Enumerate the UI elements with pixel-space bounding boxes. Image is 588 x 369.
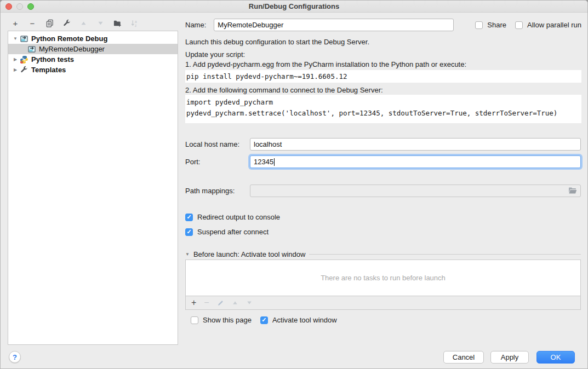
checkbox-checked-icon bbox=[185, 228, 193, 236]
remove-configuration-button[interactable]: − bbox=[27, 18, 37, 28]
move-down-icon bbox=[97, 20, 104, 27]
move-into-folder-button[interactable] bbox=[112, 18, 122, 28]
chevron-right-icon[interactable]: ▶ bbox=[13, 57, 18, 62]
pip-install-code: pip install pydevd-pycharm~=191.6605.12 bbox=[185, 70, 581, 83]
edit-templates-button[interactable] bbox=[61, 18, 71, 28]
allow-parallel-run-checkbox[interactable]: Allow parallel run bbox=[515, 21, 581, 29]
tree-item-python-remote-debug[interactable]: ▼ Python Remote Debug bbox=[8, 33, 178, 44]
name-input[interactable] bbox=[214, 19, 454, 31]
share-label: Share bbox=[487, 21, 506, 29]
copy-icon bbox=[45, 19, 54, 27]
tree-item-label: Python Remote Debug bbox=[31, 34, 107, 43]
move-up-button[interactable] bbox=[78, 18, 88, 28]
copy-configuration-button[interactable] bbox=[44, 18, 54, 28]
configurations-toolbar: + − bbox=[10, 18, 139, 28]
chevron-down-icon: ▼ bbox=[185, 252, 190, 257]
svg-text:z: z bbox=[134, 24, 136, 27]
name-label: Name: bbox=[185, 21, 206, 29]
apply-button[interactable]: Apply bbox=[490, 351, 529, 364]
page-options-row: Show this page Activate tool window bbox=[191, 316, 337, 324]
tree-item-label: MyRemoteDebugger bbox=[39, 45, 105, 53]
add-icon[interactable]: + bbox=[191, 298, 196, 307]
suspend-after-connect-label: Suspend after connect bbox=[197, 228, 269, 236]
path-mappings-label: Path mappings: bbox=[185, 187, 250, 195]
configurations-tree: ▼ Python Remote Debug MyRemoteDebugger bbox=[8, 31, 178, 345]
folder-icon bbox=[568, 187, 577, 194]
python-icon bbox=[20, 55, 28, 64]
edit-pencil-icon[interactable] bbox=[217, 299, 224, 307]
remote-debug-icon bbox=[27, 45, 36, 54]
sort-configurations-button[interactable]: a z bbox=[129, 18, 139, 28]
allow-parallel-run-label: Allow parallel run bbox=[527, 21, 581, 29]
move-down-button[interactable] bbox=[95, 18, 105, 28]
name-row: Name: Share Allow parallel run bbox=[185, 19, 581, 31]
checkbox-icon bbox=[191, 316, 198, 324]
svg-text:a: a bbox=[134, 19, 136, 23]
port-input[interactable] bbox=[250, 155, 581, 168]
port-label: Port: bbox=[185, 158, 250, 166]
cancel-button[interactable]: Cancel bbox=[443, 351, 484, 364]
wrench-icon bbox=[20, 66, 28, 74]
run-debug-configurations-dialog: Run/Debug Configurations + − bbox=[0, 0, 588, 369]
wrench-icon bbox=[62, 19, 71, 27]
description-step-1: 1. Add pydevd-pycharm.egg from the PyCha… bbox=[185, 60, 466, 68]
browse-folder-button[interactable] bbox=[568, 187, 577, 194]
move-up-icon bbox=[80, 20, 87, 27]
move-up-icon[interactable] bbox=[232, 299, 238, 306]
move-into-folder-icon bbox=[113, 19, 122, 27]
path-mappings-row: Path mappings: bbox=[185, 184, 581, 197]
empty-tasks-message: There are no tasks to run before launch bbox=[321, 274, 446, 282]
description-line-2: Update your script: bbox=[185, 50, 245, 59]
redirect-output-checkbox[interactable]: Redirect output to console bbox=[185, 213, 280, 221]
sort-alphabetically-icon: a z bbox=[130, 19, 139, 27]
settrace-code-block: import pydevd_pycharm pydevd_pycharm.set… bbox=[185, 95, 581, 123]
help-label: ? bbox=[13, 353, 17, 361]
port-row: Port: bbox=[185, 155, 581, 168]
before-launch-toolbar: + − bbox=[186, 296, 580, 309]
checkbox-icon bbox=[515, 21, 523, 29]
description-line-1: Launch this debug configuration to start… bbox=[185, 38, 369, 46]
help-button[interactable]: ? bbox=[9, 351, 21, 363]
show-this-page-checkbox[interactable]: Show this page bbox=[191, 316, 252, 324]
window-title: Run/Debug Configurations bbox=[1, 2, 587, 10]
remove-icon[interactable]: − bbox=[204, 298, 209, 307]
chevron-right-icon[interactable]: ▶ bbox=[13, 67, 18, 72]
chevron-down-icon[interactable]: ▼ bbox=[13, 36, 18, 41]
code-line-import: import pydevd_pycharm bbox=[186, 97, 581, 108]
section-divider bbox=[309, 254, 581, 255]
before-launch-header[interactable]: ▼ Before launch: Activate tool window bbox=[185, 250, 581, 258]
description-step-2: 2. Add the following command to connect … bbox=[185, 86, 383, 94]
share-checkbox[interactable]: Share bbox=[475, 21, 506, 29]
checkbox-checked-icon bbox=[260, 316, 268, 324]
tree-item-label: Python tests bbox=[31, 55, 74, 64]
before-launch-task-list[interactable]: There are no tasks to run before launch bbox=[186, 260, 580, 296]
before-launch-panel: There are no tasks to run before launch … bbox=[185, 260, 581, 310]
local-host-name-input[interactable] bbox=[250, 138, 581, 151]
path-mappings-input[interactable] bbox=[250, 184, 581, 197]
tree-item-myremotedebugger[interactable]: MyRemoteDebugger bbox=[8, 44, 178, 54]
checkbox-checked-icon bbox=[185, 214, 193, 221]
redirect-output-label: Redirect output to console bbox=[197, 213, 280, 221]
activate-tool-window-checkbox[interactable]: Activate tool window bbox=[260, 316, 337, 324]
code-line-settrace: pydevd_pycharm.settrace('localhost', por… bbox=[186, 108, 581, 119]
add-configuration-button[interactable]: + bbox=[10, 18, 20, 28]
ok-button[interactable]: OK bbox=[536, 351, 575, 364]
text-caret bbox=[274, 158, 275, 166]
tree-item-templates[interactable]: ▶ Templates bbox=[8, 65, 178, 75]
show-this-page-label: Show this page bbox=[203, 316, 252, 324]
title-bar: Run/Debug Configurations bbox=[1, 1, 587, 13]
activate-tool-window-label: Activate tool window bbox=[272, 316, 337, 324]
local-host-row: Local host name: bbox=[185, 138, 581, 151]
remote-debug-icon bbox=[20, 34, 28, 43]
add-icon: + bbox=[13, 19, 18, 27]
tree-item-python-tests[interactable]: ▶ Python tests bbox=[8, 54, 178, 65]
local-host-name-label: Local host name: bbox=[185, 140, 250, 148]
tree-item-label: Templates bbox=[31, 66, 66, 74]
suspend-after-connect-checkbox[interactable]: Suspend after connect bbox=[185, 228, 269, 236]
remove-icon: − bbox=[30, 19, 35, 27]
before-launch-title: Before launch: Activate tool window bbox=[193, 250, 306, 258]
checkbox-icon bbox=[475, 21, 483, 29]
move-down-icon[interactable] bbox=[246, 299, 253, 306]
